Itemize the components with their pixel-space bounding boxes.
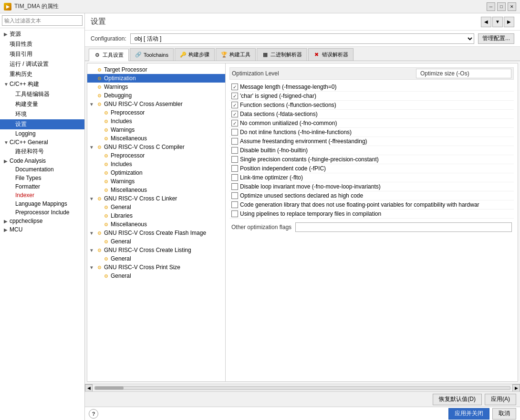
stree-lnk-general[interactable]: ⚙ General bbox=[87, 203, 225, 211]
manage-config-button[interactable]: 管理配置... bbox=[478, 33, 514, 44]
settings-row-single-prec[interactable]: Single precision constants (-fsingle-pre… bbox=[229, 155, 514, 164]
nav-forward-button[interactable]: ▶ bbox=[504, 17, 514, 27]
sidebar-item-resources[interactable]: ▶ 资源 bbox=[0, 29, 84, 39]
stree-cc-includes[interactable]: ⚙ Includes bbox=[87, 160, 225, 168]
sidebar-item-logging[interactable]: Logging bbox=[0, 129, 84, 138]
settings-row-msg-length[interactable]: Message length (-fmessage-length=0) bbox=[229, 83, 514, 92]
apply-button[interactable]: 应用(A) bbox=[485, 394, 516, 405]
toggle-mcu[interactable]: ▶ bbox=[4, 227, 10, 232]
maximize-button[interactable]: □ bbox=[497, 2, 506, 11]
sidebar-item-project-ref[interactable]: 项目引用 bbox=[0, 49, 84, 59]
settings-row-fn-sections[interactable]: Function sections (-ffunction-sections) bbox=[229, 101, 514, 110]
settings-row-data-sections[interactable]: Data sections (-fdata-sections) bbox=[229, 110, 514, 119]
checkbox-no-loop[interactable] bbox=[231, 183, 238, 190]
stree-asm-preprocessor[interactable]: ⚙ Preprocessor bbox=[87, 108, 225, 117]
stree-flash-general[interactable]: ⚙ General bbox=[87, 237, 225, 246]
checkbox-no-inline[interactable] bbox=[231, 129, 238, 136]
sidebar-item-run-debug[interactable]: 运行 / 调试设置 bbox=[0, 59, 84, 69]
settings-row-flto[interactable]: Link-time optimizer (-flto) bbox=[229, 173, 514, 182]
stree-cc-optimization[interactable]: ⚙ Optimization bbox=[87, 168, 225, 177]
sidebar-item-path-symbol[interactable]: 路径和符号 bbox=[0, 147, 84, 157]
settings-row-unused-sections[interactable]: Optimize unused sections declared as hig… bbox=[229, 191, 514, 200]
toggle-cppcheclipse[interactable]: ▶ bbox=[4, 219, 10, 224]
sidebar-item-documentation[interactable]: Documentation bbox=[0, 165, 84, 174]
sidebar-item-rebuild-history[interactable]: 重构历史 bbox=[0, 69, 84, 79]
scroll-left-button[interactable]: ◀ bbox=[85, 384, 93, 392]
tab-build-tools[interactable]: 🏆 构建工具 bbox=[216, 48, 256, 61]
tab-tool-settings[interactable]: ⚙ 工具设置 bbox=[89, 49, 129, 61]
help-button[interactable]: ? bbox=[89, 409, 98, 419]
checkbox-char-signed[interactable] bbox=[231, 93, 238, 99]
stree-gnu-riscv-assembler[interactable]: ▼ ⚙ GNU RISC-V Cross Assembler bbox=[87, 100, 225, 108]
close-button[interactable]: ✕ bbox=[508, 2, 516, 11]
checkbox-fpic[interactable] bbox=[231, 165, 238, 172]
checkbox-no-common[interactable] bbox=[231, 120, 238, 126]
toggle-gnu-riscv-assembler[interactable]: ▼ bbox=[89, 102, 96, 107]
stree-gnu-riscv-print[interactable]: ▼ ⚙ GNU RISC-V Cross Print Size bbox=[87, 263, 225, 272]
checkbox-freestanding[interactable] bbox=[231, 138, 238, 145]
stree-cc-misc[interactable]: ⚙ Miscellaneous bbox=[87, 186, 225, 194]
sidebar-item-indexer[interactable]: Indexer bbox=[0, 191, 84, 200]
stree-print-general[interactable]: ⚙ General bbox=[87, 272, 225, 280]
checkbox-single-prec[interactable] bbox=[231, 156, 238, 163]
tab-build-steps[interactable]: 🔑 构建步骤 bbox=[175, 48, 215, 61]
toggle-cpp-general[interactable]: ▼ bbox=[4, 140, 10, 145]
stree-lnk-misc[interactable]: ⚙ Miscellaneous bbox=[87, 220, 225, 229]
toggle-gnu-riscv-flash[interactable]: ▼ bbox=[89, 231, 96, 236]
sidebar-item-formatter[interactable]: Formatter bbox=[0, 182, 84, 191]
sidebar-item-toolchain-editor[interactable]: 工具链编辑器 bbox=[0, 89, 84, 99]
sidebar-item-settings[interactable]: 设置 bbox=[0, 119, 84, 129]
stree-asm-misc[interactable]: ⚙ Miscellaneous bbox=[87, 134, 225, 143]
minimize-button[interactable]: ─ bbox=[487, 2, 495, 11]
stree-gnu-riscv-c-compiler[interactable]: ▼ ⚙ GNU RISC-V Cross C Compiler bbox=[87, 143, 225, 151]
nav-dropdown-button[interactable]: ▼ bbox=[492, 17, 503, 27]
sidebar-item-mcu[interactable]: ▶ MCU bbox=[0, 225, 84, 234]
checkbox-no-builtin[interactable] bbox=[231, 147, 238, 154]
checkbox-pipelines[interactable] bbox=[231, 210, 238, 217]
checkbox-msg-length[interactable] bbox=[231, 84, 238, 90]
sidebar-item-file-types[interactable]: File Types bbox=[0, 174, 84, 182]
sidebar-item-language-mappings[interactable]: Language Mappings bbox=[0, 200, 84, 208]
toggle-gnu-riscv-c-linker[interactable]: ▼ bbox=[89, 196, 96, 201]
sidebar-item-cppcheclipse[interactable]: ▶ cppcheclipse bbox=[0, 217, 84, 225]
stree-cc-preprocessor[interactable]: ⚙ Preprocessor bbox=[87, 151, 225, 160]
settings-row-fpic[interactable]: Position independent code (-fPIC) bbox=[229, 164, 514, 173]
toggle-gnu-riscv-c-compiler[interactable]: ▼ bbox=[89, 145, 96, 150]
nav-back-button[interactable]: ◀ bbox=[481, 17, 491, 27]
sidebar-item-environment[interactable]: 环境 bbox=[0, 109, 84, 119]
tab-error-parser[interactable]: ✖ 错误解析器 bbox=[308, 48, 354, 61]
checkbox-no-float-lib[interactable] bbox=[231, 201, 238, 208]
stree-optimization[interactable]: ⚙ Optimization bbox=[87, 74, 225, 83]
scroll-thumb[interactable] bbox=[95, 387, 124, 389]
checkbox-fn-sections[interactable] bbox=[231, 102, 238, 108]
settings-row-no-float-lib[interactable]: Code generation library that does not us… bbox=[229, 200, 514, 210]
toggle-gnu-riscv-print[interactable]: ▼ bbox=[89, 265, 96, 270]
checkbox-flto[interactable] bbox=[231, 174, 238, 181]
scroll-right-button[interactable]: ▶ bbox=[512, 384, 520, 392]
stree-asm-warnings[interactable]: ⚙ Warnings bbox=[87, 126, 225, 134]
stree-target-processor[interactable]: ⚙ Target Processor bbox=[87, 65, 225, 74]
stree-listing-general[interactable]: ⚙ General bbox=[87, 254, 225, 263]
settings-row-no-common[interactable]: No common unitialized (-fno-common) bbox=[229, 119, 514, 128]
sidebar-item-build-vars[interactable]: 构建变量 bbox=[0, 99, 84, 109]
settings-row-freestanding[interactable]: Assume freestanding environment (-ffrees… bbox=[229, 137, 514, 146]
toggle-gnu-riscv-listing[interactable]: ▼ bbox=[89, 248, 96, 253]
tab-toolchains[interactable]: 🔗 Toolchains bbox=[130, 48, 174, 61]
stree-gnu-riscv-listing[interactable]: ▼ ⚙ GNU RISC-V Cross Create Listing bbox=[87, 246, 225, 254]
sidebar-item-code-analysis[interactable]: ▶ Code Analysis bbox=[0, 157, 84, 165]
sidebar-item-cpp-general[interactable]: ▼ C/C++ General bbox=[0, 138, 84, 147]
stree-gnu-riscv-c-linker[interactable]: ▼ ⚙ GNU RISC-V Cross C Linker bbox=[87, 194, 225, 203]
settings-row-no-loop[interactable]: Disable loop invariant move (-fno-move-l… bbox=[229, 182, 514, 191]
toggle-code-analysis[interactable]: ▶ bbox=[4, 158, 10, 164]
settings-row-no-inline[interactable]: Do not inline functions (-fno-inline-fun… bbox=[229, 128, 514, 137]
other-flags-input[interactable] bbox=[295, 222, 512, 232]
restore-default-button[interactable]: 恢复默认值(D) bbox=[433, 394, 482, 405]
sidebar-item-project-nature[interactable]: 项目性质 bbox=[0, 39, 84, 49]
cancel-button[interactable]: 取消 bbox=[492, 408, 516, 420]
config-select[interactable]: obj [ 活动 ] bbox=[130, 33, 474, 44]
sidebar-item-preprocessor-include[interactable]: Preprocessor Include bbox=[0, 208, 84, 217]
settings-row-char-signed[interactable]: 'char' is signed (-fsigned-char) bbox=[229, 92, 514, 101]
settings-row-no-builtin[interactable]: Disable builtin (-fno-builtin) bbox=[229, 146, 514, 155]
stree-warnings[interactable]: ⚙ Warnings bbox=[87, 83, 225, 91]
stree-asm-includes[interactable]: ⚙ Includes bbox=[87, 117, 225, 126]
